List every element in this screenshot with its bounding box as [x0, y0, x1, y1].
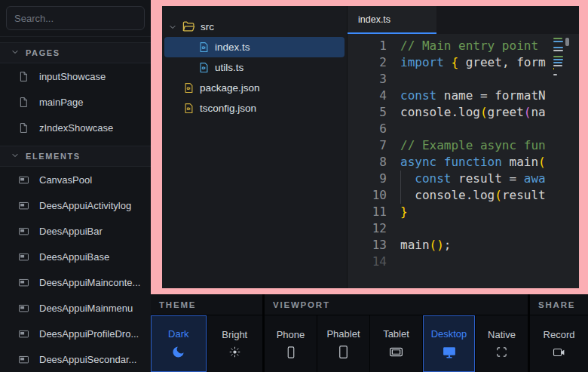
line-number: 14: [348, 254, 387, 270]
file-json-icon: [183, 82, 194, 94]
code-line-2: 2import { greet, form: [348, 54, 579, 71]
line-number: 2: [348, 54, 387, 71]
preview-canvas: srcindex.tsutils.tspackage.jsontsconfig.…: [151, 0, 588, 294]
code-line-13: 13main();: [348, 237, 579, 254]
minimap: [553, 38, 564, 80]
section-header-elements[interactable]: ELEMENTS: [0, 146, 151, 167]
element-icon: [18, 200, 29, 211]
phone-button[interactable]: Phone: [265, 315, 317, 372]
section-header-pages[interactable]: PAGES: [0, 42, 151, 63]
code-line-6: 6: [348, 121, 579, 137]
bottom-toolbar: THEMEDarkBrightVIEWPORTPhonePhabletTable…: [151, 294, 588, 372]
element-icon: [18, 251, 29, 263]
tree-item-label: index.ts: [215, 42, 250, 53]
sidebar-item-label: zIndexShowcase: [39, 122, 113, 134]
line-number: 6: [348, 121, 387, 137]
editor-tabbar: index.ts: [348, 6, 579, 34]
element-icon: [18, 354, 29, 365]
chevron-down-icon: [11, 151, 20, 161]
code-text: console.log(greet(na: [400, 104, 579, 121]
sidebar-item-canvaspool[interactable]: CanvasPool: [0, 167, 151, 192]
bright-button[interactable]: Bright: [207, 315, 263, 372]
toolbar-section-share: SHARERecord: [530, 294, 588, 372]
line-number: 1: [348, 38, 387, 54]
toolbar-section-title: VIEWPORT: [265, 294, 528, 315]
sidebar-item-label: DeesAppuiSecondar...: [39, 354, 136, 365]
sidebar-item-deesappuisecondar[interactable]: DeesAppuiSecondar...: [0, 346, 151, 372]
sidebar-item-zindexshowcase[interactable]: zIndexShowcase: [0, 115, 151, 140]
toolbar-section-title: SHARE: [530, 294, 588, 315]
tree-item-utils-ts[interactable]: utils.ts: [164, 57, 345, 78]
code-line-4: 4const name = formatN: [348, 88, 579, 104]
sidebar-item-deesappuibar[interactable]: DeesAppuiBar: [0, 218, 151, 244]
line-number: 9: [348, 171, 387, 187]
record-button[interactable]: Record: [530, 315, 588, 372]
phablet-icon: [336, 345, 351, 359]
sidebar-item-deesappuiactivitylog[interactable]: DeesAppuiActivitylog: [0, 192, 151, 218]
tree-item-label: src: [201, 21, 214, 32]
code-editor: index.ts 1// Main entry point2import { g…: [347, 6, 579, 288]
file-ts-icon: [198, 42, 210, 53]
code-line-14: 14: [348, 254, 579, 270]
native-icon: [495, 346, 508, 358]
line-number: 8: [348, 154, 387, 171]
tree-item-label: utils.ts: [215, 62, 243, 73]
code-line-12: 12: [348, 220, 579, 237]
code-area[interactable]: 1// Main entry point2import { greet, for…: [348, 34, 579, 288]
line-number: 4: [348, 88, 387, 104]
line-number: 11: [348, 204, 387, 220]
sidebar-item-deesappuibase[interactable]: DeesAppuiBase: [0, 244, 151, 269]
desktop-button[interactable]: Desktop: [423, 315, 475, 372]
code-text: console.log(result: [400, 187, 579, 204]
tree-item-package-json[interactable]: package.json: [164, 78, 345, 98]
page-icon: [18, 122, 29, 134]
sidebar-item-label: DeesAppuiProfileDro...: [39, 328, 139, 340]
tree-item-tsconfig-json[interactable]: tsconfig.json: [164, 98, 345, 118]
sidebar-item-mainpage[interactable]: mainPage: [0, 89, 151, 115]
tree-item-label: tsconfig.json: [200, 103, 256, 114]
code-text: const name = formatN: [400, 88, 579, 104]
search-input[interactable]: [6, 6, 145, 30]
toolbar-section-title: THEME: [151, 294, 262, 315]
sidebar-item-deesappuiprofiledro[interactable]: DeesAppuiProfileDro...: [0, 321, 151, 346]
desktop-icon: [442, 345, 457, 360]
code-text: [400, 254, 579, 270]
code-text: [400, 121, 579, 137]
code-line-1: 1// Main entry point: [348, 38, 579, 54]
tree-item-label: package.json: [200, 82, 260, 94]
tree-item-index-ts[interactable]: index.ts: [164, 37, 345, 57]
element-icon: [18, 174, 29, 186]
line-number: 12: [348, 220, 387, 237]
app-screen: PAGESinputShowcasemainPagezIndexShowcase…: [0, 0, 588, 372]
sidebar-item-deesappuimainmenu[interactable]: DeesAppuiMainmenu: [0, 295, 151, 321]
editor-tab-label: index.ts: [358, 14, 390, 25]
sidebar-item-deesappuimainconte[interactable]: DeesAppuiMainconte...: [0, 269, 151, 295]
dark-button[interactable]: Dark: [151, 315, 207, 372]
chevron-down-icon: [11, 48, 20, 58]
code-text: // Example async fun: [400, 137, 579, 154]
code-text: [400, 220, 579, 237]
sidebar: PAGESinputShowcasemainPagezIndexShowcase…: [0, 0, 151, 372]
phablet-button[interactable]: Phablet: [317, 315, 369, 372]
code-text: import { greet, form: [400, 54, 579, 71]
toolbar-button-label: Dark: [168, 328, 188, 340]
tree-item-src[interactable]: src: [164, 17, 345, 37]
section-label: PAGES: [26, 48, 60, 57]
tablet-icon: [389, 345, 403, 359]
code-text: // Main entry point: [400, 38, 579, 54]
line-number: 3: [348, 71, 387, 88]
sidebar-item-inputshowcase[interactable]: inputShowcase: [0, 63, 151, 89]
code-text: const result = awa: [400, 171, 579, 187]
sidebar-item-label: DeesAppuiMainmenu: [39, 303, 133, 314]
tablet-button[interactable]: Tablet: [370, 315, 422, 372]
element-icon: [18, 226, 29, 237]
native-button[interactable]: Native: [476, 315, 528, 372]
sidebar-item-label: mainPage: [39, 97, 84, 108]
folder-open-icon: [182, 20, 195, 33]
sun-icon: [228, 346, 241, 358]
sidebar-item-label: DeesAppuiBase: [39, 251, 109, 263]
code-text: main();: [400, 237, 579, 254]
editor-tab-index-ts[interactable]: index.ts: [348, 6, 436, 34]
editor-scrollbar[interactable]: [565, 38, 569, 46]
sidebar-item-label: inputShowcase: [39, 71, 106, 82]
